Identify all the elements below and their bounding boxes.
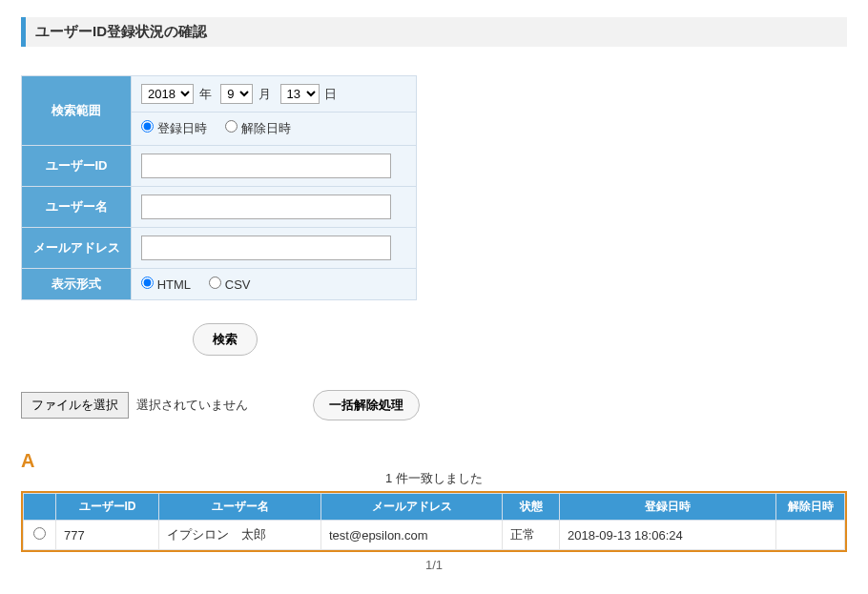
cell-released bbox=[776, 521, 845, 550]
file-choose-button[interactable]: ファイルを選択 bbox=[21, 392, 129, 419]
email-field[interactable] bbox=[141, 236, 391, 260]
label-email: メールアドレス bbox=[22, 228, 132, 269]
radio-registered[interactable] bbox=[141, 120, 154, 133]
radio-registered-text: 登録日時 bbox=[157, 121, 207, 135]
month-unit: 月 bbox=[258, 87, 271, 101]
cell-username: イプシロン 太郎 bbox=[159, 521, 321, 550]
col-email: メールアドレス bbox=[321, 494, 503, 521]
cell-email: test@epsilon.com bbox=[321, 521, 503, 550]
annotation-a: A bbox=[21, 451, 847, 470]
table-row: 777 イプシロン 太郎 test@epsilon.com 正常 2018-09… bbox=[24, 521, 845, 550]
search-filter-table: 検索範囲 2018 年 9 月 13 日 登録日時 解除日時 ユーザーID ユー… bbox=[21, 75, 417, 300]
col-status: 状態 bbox=[503, 494, 560, 521]
month-select[interactable]: 9 bbox=[220, 84, 253, 104]
radio-registered-label[interactable]: 登録日時 bbox=[141, 121, 210, 135]
day-select[interactable]: 13 bbox=[280, 84, 320, 104]
cell-userid: 777 bbox=[56, 521, 159, 550]
results-highlight-box: ユーザーID ユーザー名 メールアドレス 状態 登録日時 解除日時 777 イプ… bbox=[21, 491, 847, 552]
col-userid: ユーザーID bbox=[56, 494, 159, 521]
year-unit: 年 bbox=[199, 87, 212, 101]
col-select bbox=[24, 494, 56, 521]
label-search-range: 検索範囲 bbox=[22, 76, 132, 146]
label-username: ユーザー名 bbox=[22, 187, 132, 228]
results-table: ユーザーID ユーザー名 メールアドレス 状態 登録日時 解除日時 777 イプ… bbox=[23, 493, 845, 550]
day-unit: 日 bbox=[324, 87, 337, 101]
radio-csv-label[interactable]: CSV bbox=[209, 277, 250, 292]
bulk-release-button[interactable]: 一括解除処理 bbox=[313, 390, 420, 420]
userid-field[interactable] bbox=[141, 154, 391, 178]
match-count-text: 1 件一致しました bbox=[21, 470, 847, 487]
radio-released[interactable] bbox=[225, 120, 238, 133]
cell-status: 正常 bbox=[503, 521, 560, 550]
cell-registered: 2018-09-13 18:06:24 bbox=[560, 521, 776, 550]
search-button[interactable]: 検索 bbox=[193, 323, 258, 356]
radio-html-label[interactable]: HTML bbox=[141, 277, 194, 292]
col-registered: 登録日時 bbox=[560, 494, 776, 521]
username-field[interactable] bbox=[141, 195, 391, 219]
radio-html[interactable] bbox=[141, 277, 154, 289]
label-userid: ユーザーID bbox=[22, 146, 132, 187]
col-released: 解除日時 bbox=[776, 494, 845, 521]
radio-csv-text: CSV bbox=[225, 277, 251, 292]
radio-html-text: HTML bbox=[157, 277, 191, 292]
year-select[interactable]: 2018 bbox=[141, 84, 194, 104]
col-username: ユーザー名 bbox=[159, 494, 321, 521]
radio-released-label[interactable]: 解除日時 bbox=[225, 121, 291, 135]
file-status-text: 選択されていません bbox=[136, 397, 248, 414]
label-format: 表示形式 bbox=[22, 269, 132, 300]
pager-text: 1/1 bbox=[21, 558, 847, 572]
radio-csv[interactable] bbox=[209, 277, 221, 289]
row-select-radio[interactable] bbox=[33, 527, 46, 540]
radio-released-text: 解除日時 bbox=[241, 121, 291, 135]
page-title: ユーザーID登録状況の確認 bbox=[21, 17, 847, 47]
